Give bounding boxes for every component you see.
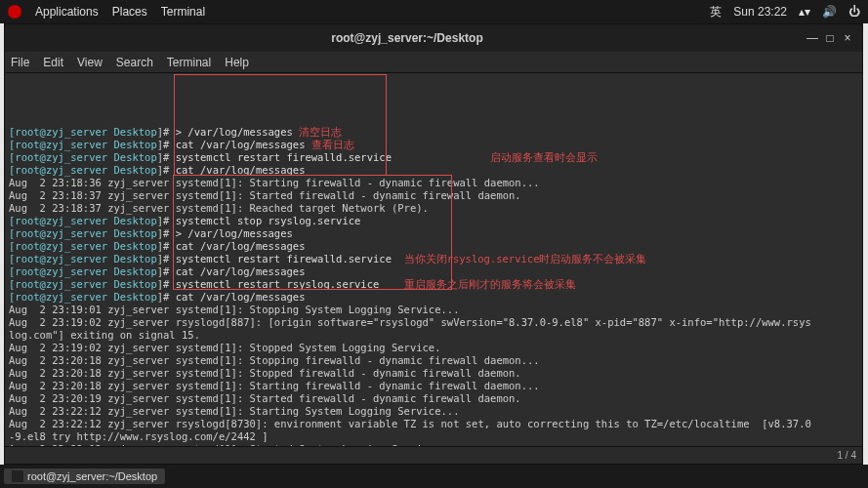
terminal-output-line: Aug 2 23:19:02 zyj_server systemd[1]: St… <box>9 342 858 354</box>
input-method-indicator[interactable]: 英 <box>710 4 722 20</box>
terminal-output-line: Aug 2 23:18:37 zyj_server systemd[1]: St… <box>9 189 858 202</box>
terminal-output-line: Aug 2 23:20:18 zyj_server systemd[1]: St… <box>9 380 858 392</box>
terminal-window: root@zyj_server:~/Desktop — □ × File Edi… <box>4 23 863 465</box>
cursor-position: 1 / 4 <box>838 450 856 461</box>
terminal-line: [root@zyj_server Desktop]# systemctl res… <box>9 151 858 164</box>
terminal-line: [root@zyj_server Desktop]# > /var/log/me… <box>9 227 858 240</box>
terminal-viewport[interactable]: [root@zyj_server Desktop]# > /var/log/me… <box>5 73 862 446</box>
terminal-line: [root@zyj_server Desktop]# cat /var/log/… <box>9 164 858 177</box>
menu-edit[interactable]: Edit <box>43 56 63 69</box>
power-icon[interactable]: ⏻ <box>848 5 860 19</box>
terminal-output-line: Aug 2 23:22:12 zyj_server rsyslogd[8730]… <box>9 418 858 430</box>
terminal-output-line: Aug 2 23:19:01 zyj_server systemd[1]: St… <box>9 304 858 316</box>
terminal-line: [root@zyj_server Desktop]# systemctl sto… <box>9 215 858 227</box>
menu-terminal[interactable]: Terminal <box>167 56 211 69</box>
places-menu[interactable]: Places <box>112 5 147 19</box>
terminal-output-line: Aug 2 23:20:19 zyj_server systemd[1]: St… <box>9 392 858 405</box>
terminal-line: [root@zyj_server Desktop]# cat /var/log/… <box>9 265 858 278</box>
terminal-output-line: Aug 2 23:18:36 zyj_server systemd[1]: St… <box>9 177 858 189</box>
terminal-output-line: Aug 2 23:18:37 zyj_server systemd[1]: Re… <box>9 202 858 215</box>
gnome-top-panel: Applications Places Terminal 英 Sun 23:22… <box>0 0 868 23</box>
window-maximize-button[interactable]: □ <box>821 31 839 45</box>
menu-view[interactable]: View <box>77 56 103 69</box>
terminal-icon <box>12 470 23 482</box>
menu-help[interactable]: Help <box>225 56 249 69</box>
window-title: root@zyj_server:~/Desktop <box>331 31 482 45</box>
terminal-menubar: File Edit View Search Terminal Help <box>5 52 862 73</box>
terminal-line: [root@zyj_server Desktop]# cat /var/log/… <box>9 139 858 151</box>
taskbar-item-terminal[interactable]: root@zyj_server:~/Desktop <box>4 468 165 484</box>
window-close-button[interactable]: × <box>839 31 856 45</box>
terminal-line: [root@zyj_server Desktop]# systemctl res… <box>9 278 858 291</box>
taskbar-item-label: root@zyj_server:~/Desktop <box>27 470 157 482</box>
volume-icon[interactable]: 🔊 <box>822 5 837 19</box>
window-minimize-button[interactable]: — <box>804 31 821 45</box>
bottom-taskbar: root@zyj_server:~/Desktop <box>0 465 868 488</box>
terminal-line: [root@zyj_server Desktop]# systemctl res… <box>9 253 858 265</box>
activities-logo-icon[interactable] <box>8 5 21 19</box>
terminal-line: [root@zyj_server Desktop]# cat /var/log/… <box>9 240 858 253</box>
terminal-line: [root@zyj_server Desktop]# > /var/log/me… <box>9 126 858 139</box>
terminal-output-line: log.com"] exiting on signal 15. <box>9 329 858 342</box>
window-titlebar[interactable]: root@zyj_server:~/Desktop — □ × <box>5 24 862 52</box>
datetime-indicator[interactable]: Sun 23:22 <box>733 5 787 19</box>
terminal-menu[interactable]: Terminal <box>161 5 205 19</box>
terminal-output-line: Aug 2 23:19:02 zyj_server rsyslogd[887]:… <box>9 316 858 329</box>
status-bar: 1 / 4 <box>5 446 862 464</box>
menu-file[interactable]: File <box>11 56 29 69</box>
terminal-output-line: Aug 2 23:22:12 zyj_server systemd[1]: St… <box>9 443 858 446</box>
terminal-line: [root@zyj_server Desktop]# cat /var/log/… <box>9 291 858 304</box>
terminal-output-line: Aug 2 23:20:18 zyj_server systemd[1]: St… <box>9 354 858 367</box>
applications-menu[interactable]: Applications <box>35 5 99 19</box>
terminal-output-line: -9.el8 try http://www.rsyslog.com/e/2442… <box>9 430 858 443</box>
terminal-output-line: Aug 2 23:20:18 zyj_server systemd[1]: St… <box>9 367 858 380</box>
network-icon[interactable]: ▴▾ <box>799 5 810 19</box>
menu-search[interactable]: Search <box>116 56 153 69</box>
terminal-output-line: Aug 2 23:22:12 zyj_server systemd[1]: St… <box>9 405 858 418</box>
